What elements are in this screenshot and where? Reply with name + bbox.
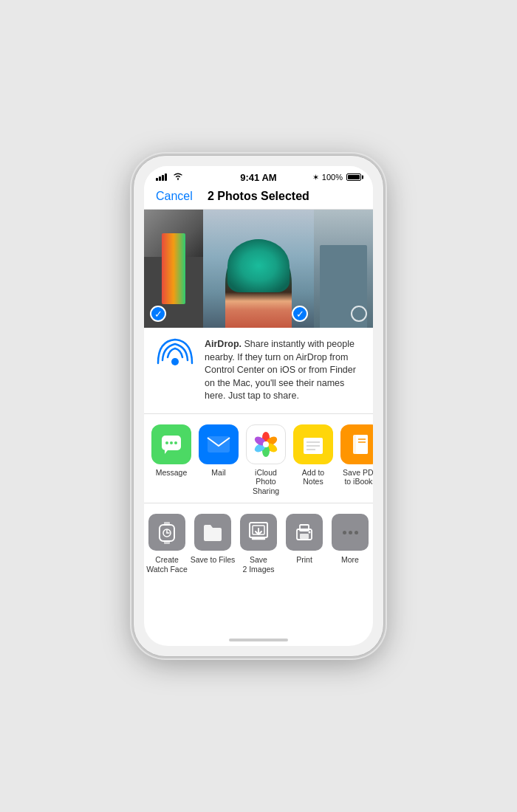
actions-row: CreateWatch Face Save to Files <box>144 503 373 581</box>
share-apps-row: Message Mail <box>144 414 373 504</box>
watch-face-icon <box>148 514 185 551</box>
phone-shell: 9:41 AM ✶ 100% Cancel 2 Photos Selected … <box>133 155 384 657</box>
more-dot-3 <box>355 531 358 534</box>
battery-icon <box>346 173 361 181</box>
more-dots <box>343 531 358 534</box>
status-time: 9:41 AM <box>240 172 276 183</box>
action-item-save-files[interactable]: Save to Files <box>190 514 236 574</box>
action-item-more[interactable]: More <box>327 514 373 574</box>
wifi-icon <box>173 172 183 182</box>
message-app-icon <box>151 424 191 464</box>
app-item-notes[interactable]: Add to Notes <box>292 424 335 496</box>
status-bar: 9:41 AM ✶ 100% <box>144 166 373 185</box>
icloud-app-icon <box>246 424 286 464</box>
status-bar-left <box>156 172 183 182</box>
photos-strip: ✓ ✓ <box>144 210 373 328</box>
app-item-ibooks[interactable]: Save PDFto iBooks <box>339 424 373 496</box>
mail-app-label: Mail <box>211 468 225 478</box>
silent-switch <box>133 244 134 265</box>
print-label: Print <box>296 555 312 565</box>
volume-down-button <box>133 311 134 343</box>
airdrop-icon <box>156 338 194 376</box>
notes-app-label: Add to Notes <box>292 468 335 486</box>
app-item-message[interactable]: Message <box>150 424 193 496</box>
print-icon <box>286 514 323 551</box>
svg-rect-23 <box>164 522 170 526</box>
message-app-label: Message <box>156 468 188 478</box>
save-files-icon <box>194 514 231 551</box>
signal-bar-2 <box>159 176 161 181</box>
bluetooth-icon: ✶ <box>312 173 319 182</box>
signal-bar-4 <box>165 173 167 181</box>
photo-left-check[interactable]: ✓ <box>150 306 166 322</box>
photo-right-check[interactable] <box>351 306 367 322</box>
svg-point-5 <box>174 441 177 444</box>
ibooks-app-icon <box>340 424 373 464</box>
app-item-icloud[interactable]: iCloudPhoto Sharing <box>244 424 287 496</box>
more-dot-1 <box>343 531 346 534</box>
svg-rect-19 <box>356 435 368 454</box>
notes-app-icon <box>293 424 333 464</box>
photo-center[interactable]: ✓ <box>203 210 314 328</box>
cancel-button[interactable]: Cancel <box>156 190 193 203</box>
svg-rect-6 <box>208 436 230 453</box>
photo-right[interactable] <box>314 210 373 328</box>
mail-app-icon <box>199 424 239 464</box>
app-item-mail[interactable]: Mail <box>197 424 240 496</box>
svg-point-13 <box>263 441 269 447</box>
status-bar-right: ✶ 100% <box>312 173 361 182</box>
save-files-label: Save to Files <box>191 555 236 565</box>
action-item-save-images[interactable]: Save2 Images <box>236 514 281 574</box>
svg-point-4 <box>170 441 173 444</box>
power-button <box>383 274 384 321</box>
svg-rect-33 <box>300 534 309 539</box>
svg-point-35 <box>309 531 311 534</box>
nav-title: 2 Photos Selected <box>208 190 309 203</box>
signal-bars <box>156 173 167 181</box>
svg-point-3 <box>165 441 168 444</box>
airdrop-section[interactable]: AirDrop. Share instantly with people nea… <box>144 328 373 414</box>
svg-rect-24 <box>164 540 170 544</box>
phone-screen: 9:41 AM ✶ 100% Cancel 2 Photos Selected … <box>144 166 373 646</box>
more-icon <box>332 514 369 551</box>
airdrop-title: AirDrop. <box>205 339 242 349</box>
svg-marker-2 <box>165 450 168 454</box>
more-dot-2 <box>349 531 352 534</box>
nav-bar: Cancel 2 Photos Selected <box>144 185 373 210</box>
svg-point-0 <box>171 358 179 365</box>
more-label: More <box>341 555 359 565</box>
signal-bar-1 <box>156 178 158 181</box>
action-item-print[interactable]: Print <box>281 514 327 574</box>
home-indicator <box>229 639 288 641</box>
battery-percent: 100% <box>322 173 343 182</box>
ibooks-app-label: Save PDFto iBooks <box>343 468 373 486</box>
signal-bar-3 <box>162 175 164 181</box>
action-item-watch-face[interactable]: CreateWatch Face <box>144 514 190 574</box>
icloud-app-label: iCloudPhoto Sharing <box>244 468 287 496</box>
photo-center-check[interactable]: ✓ <box>292 306 308 322</box>
photo-left[interactable]: ✓ <box>144 210 203 328</box>
volume-up-button <box>133 272 134 305</box>
airdrop-description: AirDrop. Share instantly with people nea… <box>205 338 361 403</box>
watch-face-label: CreateWatch Face <box>146 555 188 574</box>
save-images-label: Save2 Images <box>242 555 274 574</box>
save-images-icon <box>240 514 277 551</box>
